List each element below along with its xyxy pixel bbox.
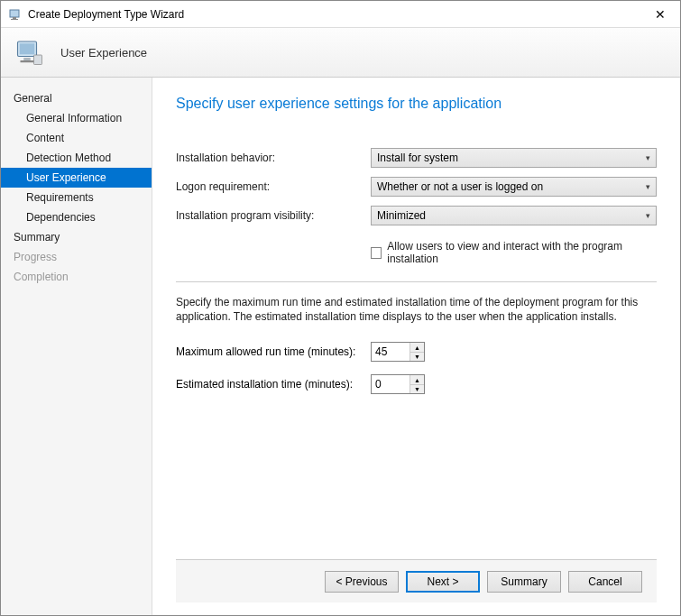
install-behavior-label: Installation behavior: [176, 152, 371, 164]
visibility-value: Minimized [377, 209, 426, 222]
logon-requirement-label: Logon requirement: [176, 180, 371, 193]
est-time-label: Estimated installation time (minutes): [176, 378, 371, 391]
svg-rect-0 [10, 10, 19, 17]
wizard-window: Create Deployment Type Wizard ✕ User Exp… [0, 0, 681, 616]
nav-content[interactable]: Content [1, 128, 152, 148]
max-runtime-label: Maximum allowed run time (minutes): [176, 345, 371, 358]
svg-rect-6 [21, 60, 34, 62]
titlebar: Create Deployment Type Wizard ✕ [1, 1, 680, 28]
previous-button[interactable]: < Previous [325, 571, 399, 593]
nav-completion: Completion [1, 267, 152, 287]
est-time-spinner[interactable]: ▲ ▼ [371, 374, 425, 394]
content-title: Specify user experience settings for the… [176, 96, 657, 112]
visibility-dropdown[interactable]: Minimized ▾ [371, 206, 657, 225]
visibility-label: Installation program visibility: [176, 209, 371, 222]
nav-dependencies[interactable]: Dependencies [1, 207, 152, 227]
logon-requirement-dropdown[interactable]: Whether or not a user is logged on ▾ [371, 177, 657, 197]
wizard-header: User Experience [1, 28, 680, 78]
allow-interact-label: Allow users to view and interact with th… [387, 240, 657, 265]
svg-rect-2 [11, 19, 18, 20]
svg-rect-4 [20, 43, 35, 54]
content-pane: Specify user experience settings for the… [152, 78, 680, 615]
next-button[interactable]: Next > [406, 571, 480, 593]
cancel-button[interactable]: Cancel [568, 571, 642, 593]
chevron-down-icon: ▾ [646, 211, 650, 220]
summary-button[interactable]: Summary [487, 571, 561, 593]
computer-icon [14, 36, 46, 69]
max-runtime-spinner[interactable]: ▲ ▼ [371, 342, 425, 362]
wizard-footer: < Previous Next > Summary Cancel [176, 559, 657, 602]
install-behavior-dropdown[interactable]: Install for system ▾ [371, 148, 657, 168]
max-runtime-down[interactable]: ▼ [410, 352, 424, 362]
page-title: User Experience [60, 46, 147, 60]
nav-requirements[interactable]: Requirements [1, 188, 152, 207]
close-button[interactable]: ✕ [648, 7, 673, 22]
app-icon [8, 7, 23, 22]
nav-summary[interactable]: Summary [1, 227, 152, 247]
est-time-up[interactable]: ▲ [410, 375, 424, 384]
est-time-input[interactable] [372, 375, 410, 393]
nav-progress: Progress [1, 247, 152, 267]
window-title: Create Deployment Type Wizard [28, 8, 648, 21]
nav-detection-method[interactable]: Detection Method [1, 148, 152, 168]
svg-rect-1 [13, 17, 16, 19]
svg-rect-7 [34, 55, 42, 65]
allow-interact-checkbox[interactable] [371, 247, 382, 259]
body: General General Information Content Dete… [1, 78, 680, 615]
instruction-text: Specify the maximum run time and estimat… [176, 295, 657, 324]
svg-rect-5 [23, 58, 31, 60]
est-time-down[interactable]: ▼ [410, 384, 424, 394]
nav-user-experience[interactable]: User Experience [1, 168, 152, 188]
wizard-nav: General General Information Content Dete… [1, 78, 152, 615]
nav-general[interactable]: General [1, 88, 152, 108]
max-runtime-up[interactable]: ▲ [410, 343, 424, 352]
chevron-down-icon: ▾ [646, 153, 650, 162]
divider [176, 281, 657, 282]
logon-requirement-value: Whether or not a user is logged on [377, 180, 543, 193]
install-behavior-value: Install for system [377, 152, 458, 164]
max-runtime-input[interactable] [372, 343, 410, 361]
nav-general-information[interactable]: General Information [1, 108, 152, 128]
chevron-down-icon: ▾ [646, 182, 650, 191]
